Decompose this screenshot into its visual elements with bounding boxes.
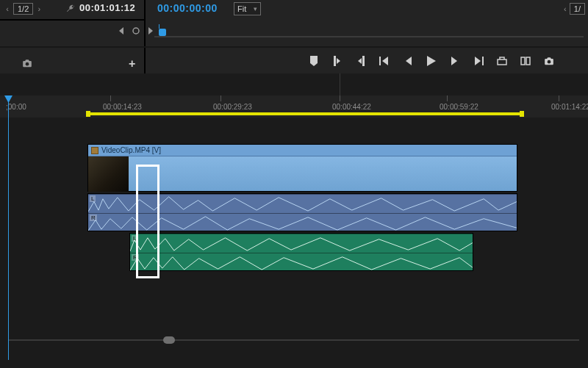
chevron-down-icon: ▾ (254, 5, 257, 12)
program-page-indicator[interactable]: 1/ (570, 3, 585, 15)
svg-rect-13 (526, 57, 530, 65)
ruler-label: 00:00:29:23 (213, 103, 252, 111)
external-audio-clip[interactable]: L R (129, 233, 473, 271)
timeline-h-scroll[interactable] (9, 336, 579, 344)
svg-marker-5 (382, 57, 388, 65)
clip-title: VideoClip.MP4 [V] (101, 146, 161, 154)
svg-marker-8 (451, 57, 457, 65)
work-area-bar[interactable] (88, 112, 522, 115)
go-to-out-icon[interactable] (473, 56, 484, 66)
next-keyframe-icon[interactable] (147, 27, 154, 35)
zoom-fit-label: Fit (237, 4, 246, 13)
svg-marker-2 (148, 27, 153, 35)
snapshot-icon[interactable] (22, 59, 32, 69)
svg-rect-10 (482, 57, 484, 65)
svg-rect-12 (521, 57, 525, 65)
program-paging: ‹ 1/ (561, 2, 585, 15)
source-keyframe-nav (118, 27, 154, 35)
page-prev-icon[interactable]: ‹ (561, 4, 570, 13)
source-timecode[interactable]: 00:01:01:12 (79, 2, 135, 13)
mini-playhead-icon[interactable] (159, 29, 166, 36)
ruler-label: 00:01:14:22 (551, 103, 588, 111)
sync-highlight-box (136, 165, 159, 278)
page-next-icon[interactable]: › (35, 4, 43, 13)
step-forward-icon[interactable] (450, 56, 460, 66)
scroll-thumb[interactable] (163, 336, 175, 344)
ruler-label: 00:00:14:23 (103, 103, 142, 111)
transport-controls (309, 56, 554, 66)
fx-badge-icon (91, 147, 98, 154)
svg-rect-4 (379, 57, 381, 65)
clip-thumbnail (88, 156, 129, 192)
svg-point-1 (133, 28, 139, 34)
play-icon[interactable] (426, 56, 437, 66)
source-page-indicator[interactable]: 1/2 (13, 3, 33, 15)
svg-marker-9 (475, 57, 481, 65)
add-button-icon[interactable]: + (129, 57, 135, 71)
export-frame-icon[interactable] (544, 56, 554, 66)
go-to-in-icon[interactable] (379, 56, 390, 66)
ruler-label: ;00:00 (6, 103, 26, 111)
add-keyframe-icon[interactable] (132, 27, 140, 35)
timeline-panel: ;00:00 00:00:14:23 00:00:29:23 00:00:44:… (0, 73, 588, 368)
in-point-icon[interactable] (332, 56, 343, 66)
lift-icon[interactable] (497, 56, 507, 66)
svg-marker-7 (427, 56, 436, 66)
marker-icon[interactable] (309, 56, 319, 66)
ruler-label: 00:00:44:22 (332, 103, 371, 111)
time-ruler[interactable]: ;00:00 00:00:14:23 00:00:29:23 00:00:44:… (0, 95, 588, 118)
extract-icon[interactable] (520, 56, 531, 66)
wrench-icon[interactable] (66, 4, 75, 14)
zoom-fit-dropdown[interactable]: Fit ▾ (234, 2, 261, 15)
program-mini-timeline[interactable] (154, 24, 584, 42)
svg-marker-6 (406, 57, 412, 65)
prev-keyframe-icon[interactable] (118, 27, 125, 35)
ruler-label: 00:00:59:22 (440, 103, 478, 111)
program-timecode[interactable]: 00:00:00:00 (157, 2, 218, 14)
out-point-icon[interactable] (356, 56, 366, 66)
step-back-icon[interactable] (403, 56, 413, 66)
playhead[interactable] (8, 95, 9, 360)
page-prev-icon[interactable]: ‹ (3, 4, 12, 13)
monitor-toolbar: ‹ 1/2 › 00:01:01:12 + 00:00:00:00 Fit ▾ … (0, 0, 588, 73)
svg-point-3 (26, 62, 29, 66)
svg-marker-0 (119, 27, 123, 35)
svg-point-14 (548, 60, 551, 64)
source-paging: ‹ 1/2 › (3, 2, 43, 15)
svg-rect-11 (498, 59, 506, 65)
